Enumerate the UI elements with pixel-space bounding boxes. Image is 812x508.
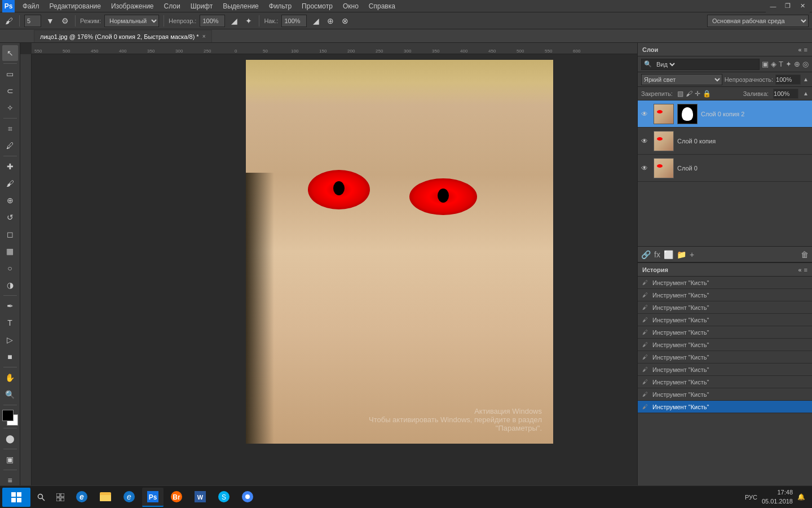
new-group-icon[interactable]: 📁 xyxy=(677,250,686,259)
layers-search-box[interactable]: 🔍 Вид xyxy=(641,59,760,70)
layer-1-visibility[interactable]: 👁 xyxy=(641,164,650,172)
screen-mode-tool[interactable]: ▣ xyxy=(2,452,18,467)
brush-tool-icon[interactable]: 🖌 xyxy=(3,15,15,27)
brush-picker-icon[interactable]: ▼ xyxy=(45,15,56,27)
workspace-select[interactable]: Основная рабочая среда xyxy=(707,15,809,27)
mode-select[interactable]: Нормальный xyxy=(104,15,159,27)
text-tool[interactable]: T xyxy=(2,315,18,331)
brush-size-input[interactable] xyxy=(24,15,41,27)
flow-icon[interactable]: ◢ xyxy=(310,15,321,27)
history-item-8[interactable]: 🖌 Инструмент "Кисть" xyxy=(638,364,812,376)
history-item-5[interactable]: 🖌 Инструмент "Кисть" xyxy=(638,326,812,339)
history-item-9[interactable]: 🖌 Инструмент "Кисть" xyxy=(638,376,812,388)
chrome-taskbar-icon[interactable] xyxy=(237,488,258,507)
layer-item-1[interactable]: 👁 Слой 0 xyxy=(638,155,812,182)
history-brush-tool[interactable]: ↺ xyxy=(2,209,18,225)
history-item-6[interactable]: 🖌 Инструмент "Кисть" xyxy=(638,339,812,351)
menu-layers[interactable]: Слои xyxy=(160,1,185,11)
history-collapse-icon[interactable]: « xyxy=(798,266,801,273)
history-item-4[interactable]: 🖌 Инструмент "Кисть" xyxy=(638,314,812,326)
shape-tool[interactable]: ■ xyxy=(2,349,18,365)
opacity-input[interactable] xyxy=(200,15,225,27)
new-layer-icon[interactable]: + xyxy=(690,250,694,259)
layer-type-icon3[interactable]: T xyxy=(779,60,783,68)
task-view-taskbar[interactable] xyxy=(52,488,69,507)
layer-type-icon5[interactable]: ⊕ xyxy=(794,60,800,68)
menu-help[interactable]: Справка xyxy=(364,1,400,11)
pressure-icon[interactable]: ⊕ xyxy=(325,15,336,27)
ps-taskbar-icon[interactable]: Ps xyxy=(142,488,164,507)
orange-taskbar-icon[interactable]: Br xyxy=(166,488,187,507)
brush-settings-icon[interactable]: ⚙ xyxy=(59,15,70,27)
marquee-tool[interactable]: ▭ xyxy=(2,66,18,82)
tab-close-button[interactable]: × xyxy=(202,33,206,40)
lock-position-icon[interactable]: ✛ xyxy=(695,90,700,98)
gradient-tool[interactable]: ▦ xyxy=(2,243,18,259)
history-item-1[interactable]: 🖌 Инструмент "Кисть" xyxy=(638,277,812,289)
history-item-3[interactable]: 🖌 Инструмент "Кисть" xyxy=(638,301,812,314)
panel-menu-icon[interactable]: ≡ xyxy=(804,46,807,53)
start-button[interactable] xyxy=(2,488,30,507)
history-item-11[interactable]: 🖌 Инструмент "Кисть" xyxy=(638,401,812,413)
crop-tool[interactable]: ⌗ xyxy=(2,121,18,137)
eraser-tool[interactable]: ◻ xyxy=(2,226,18,242)
ie-taskbar-icon[interactable]: e xyxy=(71,488,92,507)
layer-3-visibility[interactable]: 👁 xyxy=(641,110,650,118)
airbrush-icon[interactable]: ✦ xyxy=(243,15,254,27)
smooth-icon[interactable]: ⊗ xyxy=(339,15,351,27)
menu-window[interactable]: Окно xyxy=(338,1,363,11)
menu-image[interactable]: Изображение xyxy=(107,1,158,11)
hand-tool[interactable]: ✋ xyxy=(2,370,18,386)
blur-tool[interactable]: ○ xyxy=(2,260,18,276)
maximize-button[interactable]: ❐ xyxy=(780,0,795,12)
layer-filter-select[interactable]: Вид xyxy=(654,60,677,68)
layer-type-icon2[interactable]: ◈ xyxy=(771,60,776,68)
history-item-2[interactable]: 🖌 Инструмент "Кисть" xyxy=(638,289,812,301)
move-tool[interactable]: ↖ xyxy=(2,45,18,61)
close-button[interactable]: ✕ xyxy=(795,0,810,12)
menu-file[interactable]: Файл xyxy=(18,1,44,11)
layer-2-visibility[interactable]: 👁 xyxy=(641,137,650,145)
clone-tool[interactable]: ⊕ xyxy=(2,192,18,208)
eyedropper-tool[interactable]: 🖊 xyxy=(2,138,18,154)
minimize-button[interactable]: — xyxy=(766,0,780,12)
quick-mask-tool[interactable]: ⬤ xyxy=(2,431,18,446)
notification-icon[interactable]: 🔔 xyxy=(797,493,805,501)
menu-filter[interactable]: Фильтр xyxy=(264,1,296,11)
lock-all-icon[interactable]: 🔒 xyxy=(703,90,711,98)
layer-filter-toggle[interactable]: ◎ xyxy=(802,60,809,68)
fill-input[interactable] xyxy=(773,89,798,99)
history-menu-icon[interactable]: ≡ xyxy=(804,266,807,273)
layer-type-icon4[interactable]: ✦ xyxy=(785,60,792,68)
add-mask-icon[interactable]: ⬜ xyxy=(664,250,673,259)
brush-tool[interactable]: 🖌 xyxy=(2,176,18,191)
explorer-taskbar-icon[interactable] xyxy=(95,488,116,507)
quick-select-tool[interactable]: ✧ xyxy=(2,100,18,116)
menu-select[interactable]: Выделение xyxy=(218,1,263,11)
link-layers-icon[interactable]: 🔗 xyxy=(641,250,651,259)
color-swatches[interactable] xyxy=(2,410,18,426)
layer-item-2[interactable]: 👁 Слой 0 копия xyxy=(638,128,812,155)
delete-layer-icon[interactable]: 🗑 xyxy=(801,250,809,259)
flow-input[interactable] xyxy=(281,15,307,27)
skype-taskbar-icon[interactable]: S xyxy=(213,488,235,507)
search-taskbar[interactable] xyxy=(33,488,50,507)
history-item-7[interactable]: 🖌 Инструмент "Кисть" xyxy=(638,351,812,364)
foreground-color[interactable] xyxy=(2,410,14,421)
add-style-icon[interactable]: fx xyxy=(654,250,660,259)
menu-edit[interactable]: Редактирование xyxy=(45,1,105,11)
dodge-tool[interactable]: ◑ xyxy=(2,277,18,293)
collapse-icon[interactable]: « xyxy=(798,46,801,53)
blending-mode-select[interactable]: Яркий свет xyxy=(641,74,722,85)
layer-type-icon1[interactable]: ▣ xyxy=(762,60,769,68)
lock-paint-icon[interactable]: 🖌 xyxy=(686,90,692,98)
menu-view[interactable]: Просмотр xyxy=(297,1,337,11)
word-taskbar-icon[interactable]: W xyxy=(189,488,211,507)
ie2-taskbar-icon[interactable]: e xyxy=(118,488,140,507)
lasso-tool[interactable]: ⊂ xyxy=(2,83,18,99)
opacity-input[interactable] xyxy=(775,75,801,85)
zoom-tool[interactable]: 🔍 xyxy=(2,387,18,402)
opacity-icon[interactable]: ◢ xyxy=(228,15,240,27)
healing-tool[interactable]: ✚ xyxy=(2,159,18,174)
menu-font[interactable]: Шрифт xyxy=(186,1,217,11)
